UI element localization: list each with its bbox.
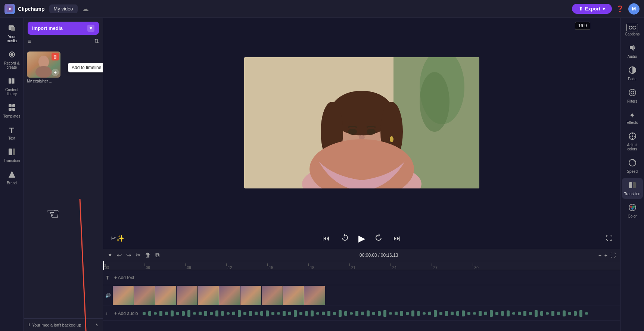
brand-icon — [8, 170, 16, 180]
timeline-area: ✦ ↩ ↪ ✂ 🗑 ⧉ 00:00.00 / 00:16.13 − + ⛶ 0 — [103, 249, 620, 331]
svg-rect-67 — [299, 312, 302, 315]
video-clip[interactable] — [103, 286, 325, 305]
sidebar-item-your-media[interactable]: Your media — [1, 21, 22, 46]
svg-rect-68 — [305, 311, 308, 316]
svg-rect-11 — [9, 108, 12, 111]
svg-rect-80 — [372, 312, 375, 315]
svg-rect-77 — [355, 311, 358, 316]
right-sidebar-fade[interactable]: Fade — [622, 63, 643, 84]
svg-rect-57 — [243, 312, 246, 315]
right-sidebar-transition[interactable]: Transition — [622, 178, 643, 199]
svg-point-34 — [359, 135, 365, 140]
export-chevron: ▾ — [603, 6, 605, 12]
import-label: Import media — [32, 25, 63, 31]
add-text-button[interactable]: + Add text — [114, 275, 134, 280]
sidebar-item-brand[interactable]: Brand — [1, 167, 22, 188]
svg-rect-109 — [535, 310, 538, 317]
ruler-mark-30: :30 — [473, 263, 514, 270]
filter-icon[interactable]: ≡ — [28, 38, 31, 45]
media-thumb[interactable]: 🗑 + — [27, 51, 60, 78]
svg-rect-46 — [182, 311, 185, 316]
media-panel: Import media ▾ ≡ ⇅ — [24, 18, 103, 331]
timeline-fullscreen-icon[interactable]: ⛶ — [610, 252, 616, 258]
captions-label: Captions — [625, 32, 640, 36]
your-media-icon — [8, 24, 16, 34]
adjust-colors-label: Adjustcolors — [627, 143, 638, 151]
delete-media-icon[interactable]: 🗑 — [52, 53, 59, 60]
svg-rect-14 — [13, 149, 15, 155]
info-icon: ℹ — [28, 322, 30, 327]
magic-scissors-icon[interactable]: ✂✨ — [111, 234, 124, 243]
svg-rect-107 — [523, 311, 526, 316]
app-logo[interactable]: Clipchamp — [4, 4, 45, 14]
svg-rect-72 — [327, 311, 330, 316]
cut-button[interactable]: ✂ — [136, 252, 140, 259]
svg-rect-70 — [316, 312, 319, 315]
import-media-button[interactable]: Import media ▾ — [28, 22, 99, 35]
redo-button[interactable]: ↪ — [126, 252, 131, 259]
video-preview: 16:9 — [103, 18, 620, 228]
media-toolbar: ≡ ⇅ — [28, 38, 99, 45]
svg-rect-66 — [294, 310, 297, 317]
right-sidebar-adjust-colors[interactable]: Adjustcolors — [622, 129, 643, 154]
media-item-explainer[interactable]: 🗑 + My explainer ... Add to timeline — [27, 51, 60, 83]
export-button[interactable]: ⬆ Export ▾ — [572, 4, 612, 14]
avatar[interactable]: M — [628, 3, 640, 15]
play-button[interactable]: ▶ — [358, 233, 365, 244]
sort-icon[interactable]: ⇅ — [94, 38, 99, 45]
media-item-label: My explainer ... — [27, 79, 60, 83]
video-content — [244, 57, 479, 188]
sidebar-item-record[interactable]: Record &create — [1, 47, 22, 72]
sidebar-item-transitions[interactable]: Transition — [1, 145, 22, 166]
right-sidebar-captions[interactable]: CC Captions — [622, 21, 643, 39]
add-media-icon[interactable]: + — [52, 69, 59, 76]
svg-rect-81 — [378, 311, 381, 316]
back5-button[interactable]: 5 — [339, 231, 351, 245]
backup-chevron-icon[interactable]: ∧ — [95, 322, 98, 327]
text-track-row: T + Add text — [103, 270, 620, 285]
video-title[interactable]: My video — [49, 4, 78, 13]
right-sidebar-speed[interactable]: Speed — [622, 156, 643, 177]
backup-notice[interactable]: ℹ Your media isn't backed up ∧ — [24, 318, 103, 331]
svg-rect-63 — [277, 312, 280, 315]
add-to-timeline-tooltip: Add to timeline — [68, 63, 103, 72]
timeline-magic-icon[interactable]: ✦ — [108, 252, 112, 259]
svg-point-24 — [420, 72, 449, 132]
forward5-button[interactable]: 5 — [373, 231, 385, 245]
svg-rect-96 — [462, 310, 465, 316]
help-icon[interactable]: ❓ — [616, 5, 624, 12]
fullscreen-button[interactable]: ⛶ — [606, 234, 613, 242]
copy-button[interactable]: ⧉ — [155, 252, 159, 259]
right-sidebar-effects[interactable]: ✦ Effects — [622, 108, 643, 128]
zoom-out-icon[interactable]: − — [598, 252, 601, 258]
aspect-ratio-badge[interactable]: 16:9 — [575, 22, 590, 30]
clip-thumb-4 — [177, 286, 197, 305]
rewind-button[interactable]: ⏮ — [321, 232, 332, 244]
right-sidebar-filters[interactable]: Filters — [622, 85, 643, 106]
ruler-mark-03: :03 — [103, 263, 144, 270]
right-sidebar-audio[interactable]: Audio — [622, 41, 643, 62]
add-audio-button[interactable]: + Add audio — [114, 311, 138, 316]
end-button[interactable]: ⏭ — [392, 232, 402, 244]
delete-button[interactable]: 🗑 — [145, 252, 151, 259]
sidebar-item-content-library[interactable]: Contentlibrary — [1, 74, 22, 99]
svg-rect-69 — [311, 310, 314, 316]
svg-point-134 — [632, 206, 635, 208]
backup-notice-label: Your media isn't backed up — [32, 323, 81, 327]
ruler-mark-06: :06 — [144, 263, 185, 270]
zoom-in-icon[interactable]: + — [604, 252, 607, 258]
ruler-mark-12: :12 — [226, 263, 267, 270]
templates-icon — [8, 103, 16, 113]
svg-rect-64 — [283, 311, 286, 316]
video-track-row: 🔊 — [103, 285, 620, 306]
aspect-ratio-control: 16:9 — [575, 22, 590, 30]
sidebar-item-text[interactable]: T Text — [1, 123, 22, 143]
sidebar-item-templates[interactable]: Templates — [1, 100, 22, 121]
svg-rect-52 — [215, 310, 218, 316]
ruler-mark-18: :18 — [308, 263, 349, 270]
clip-thumb-3 — [155, 286, 176, 305]
svg-rect-98 — [473, 312, 476, 315]
right-sidebar-color[interactable]: Color — [622, 200, 643, 221]
undo-button[interactable]: ↩ — [117, 252, 122, 259]
clip-thumb-10 — [304, 286, 325, 305]
